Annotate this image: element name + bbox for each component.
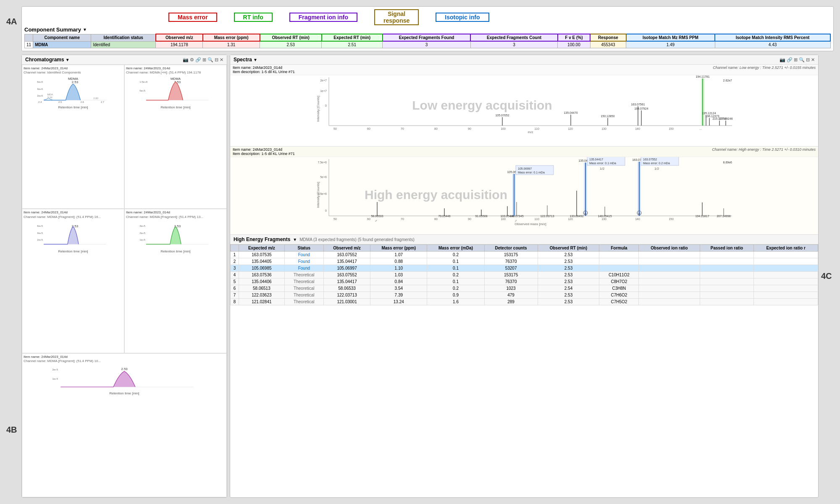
svg-text:2e+7: 2e+7 [320, 79, 327, 82]
svg-text:MDA: MDA [47, 93, 54, 96]
svg-text:135.04417: 135.04417 [589, 158, 603, 161]
svg-text:194.11817: 194.11817 [695, 215, 709, 218]
spectra-icon-expand[interactable]: ⊞ [794, 57, 798, 63]
table-row: 1 163.07535 Found 163.07552 1.07 0.2 153… [231, 252, 818, 258]
svg-text:m/z: m/z [528, 130, 533, 134]
svg-text:60: 60 [367, 218, 370, 220]
spectra-icon-zoom[interactable]: 🔍 [799, 57, 805, 63]
cat-mass-error: Mass error [168, 13, 217, 22]
chromo-icon-camera[interactable]: 📷 [183, 57, 189, 63]
spectra-icon-close[interactable]: ✕ [811, 57, 815, 63]
spectra-icon-camera[interactable]: 📷 [780, 57, 785, 63]
svg-text:58.06533: 58.06533 [371, 215, 383, 218]
svg-text:⊕: ⊕ [638, 212, 640, 215]
svg-text:163.07552: 163.07552 [643, 158, 657, 161]
svg-text:MDMA: MDMA [171, 76, 181, 80]
svg-text:90: 90 [468, 127, 471, 130]
cat-signal-response: Signalresponse [374, 9, 419, 25]
svg-text:5e+6: 5e+6 [320, 176, 327, 178]
svg-text:207.14998: 207.14998 [717, 215, 730, 218]
svg-text:0: 0 [325, 209, 327, 212]
table-row: 8 121.02841 Theoretical 121.03001 13.24 … [231, 299, 818, 305]
svg-text:90: 90 [468, 218, 471, 220]
svg-text:195.12124: 195.12124 [702, 112, 716, 115]
chromo-icon-gear[interactable]: ⚙ [190, 57, 194, 63]
fragments-title: High Energy Fragments [234, 236, 290, 242]
cat-rt-info: RT info [234, 13, 273, 22]
svg-text:⊕: ⊕ [584, 212, 587, 215]
spectra-icon-link[interactable]: 🔗 [787, 57, 793, 63]
component-title[interactable]: Component Summary ▼ [24, 26, 87, 33]
svg-text:1e+5: 1e+5 [139, 238, 145, 241]
svg-text:120: 120 [568, 127, 573, 130]
svg-text:2e+5: 2e+5 [37, 238, 43, 241]
svg-text:135.04470: 135.04470 [564, 111, 578, 114]
svg-text:227.09246: 227.09246 [719, 117, 732, 120]
chromo-cell-2: Item name: 24Mar2023_014d Channel name: … [124, 65, 227, 209]
low-energy-item: Item name: 24Mar2023_014d [233, 66, 295, 70]
svg-text:60: 60 [367, 127, 370, 130]
svg-text:194.11781: 194.11781 [696, 75, 709, 78]
chromo-icon-link[interactable]: 🔗 [195, 57, 201, 63]
observed-rt: 2.53 [260, 41, 322, 48]
svg-text:2.80: 2.80 [93, 97, 98, 100]
fragments-subtitle: MDMA (3 expected fragments) (5 found gen… [299, 237, 414, 242]
svg-text:163.07561: 163.07561 [631, 103, 645, 106]
chromo-icon-zoom[interactable]: 🔍 [207, 57, 213, 63]
spectra-panel: Spectra ▼ 📷 🔗 ⊞ 🔍 ⊟ ✕ Item name: 24Mar20… [230, 55, 819, 498]
component-summary-panel: Mass error RT info Fragment ion info Sig… [21, 6, 834, 51]
svg-text:106.07345: 106.07345 [509, 215, 523, 218]
svg-text:105.07052: 105.07052 [495, 114, 509, 117]
observed-mz: 194.1178 [156, 41, 203, 48]
chromo-icon-tile[interactable]: ⊟ [215, 57, 218, 63]
spectra-dropdown[interactable]: ▼ [253, 58, 257, 62]
component-name: MDMA [33, 41, 91, 48]
svg-text:120: 120 [568, 218, 573, 220]
spectra-title: Spectra [234, 57, 252, 63]
chromo-icon-expand[interactable]: ⊞ [202, 57, 206, 63]
spectra-header: Spectra ▼ 📷 🔗 ⊞ 🔍 ⊟ ✕ [230, 55, 818, 65]
svg-text:110: 110 [534, 127, 539, 130]
svg-text:2.7: 2.7 [101, 100, 105, 103]
response: 455343 [590, 41, 626, 48]
spectra-icon-tile[interactable]: ⊟ [806, 57, 810, 63]
table-row: 5 135.04406 Theoretical 135.04417 0.84 0… [231, 278, 818, 285]
svg-text:50: 50 [333, 127, 337, 130]
chromatograms-header: Chromatograms ▼ 📷 ⚙ 🔗 ⊞ 🔍 ⊟ ✕ [22, 55, 227, 65]
svg-text:2e+5: 2e+5 [52, 369, 58, 371]
svg-text:79.05446: 79.05446 [438, 215, 450, 218]
svg-text:140: 140 [635, 127, 640, 130]
table-row: 6 58.06513 Theoretical 58.06533 3.54 0.2… [231, 285, 818, 292]
svg-text:100: 100 [501, 218, 506, 220]
label-4b: 4B [6, 425, 17, 435]
dropdown-icon[interactable]: ▼ [83, 27, 87, 32]
chromo-icon-close[interactable]: ✕ [220, 57, 223, 63]
svg-text:2.4: 2.4 [38, 100, 42, 103]
svg-text:105.06997: 105.06997 [518, 167, 532, 170]
svg-text:3e+5: 3e+5 [139, 224, 145, 227]
svg-text:Intensity [Counts]: Intensity [Counts] [316, 96, 320, 122]
svg-text:4e+6: 4e+6 [37, 87, 43, 90]
svg-text:70: 70 [401, 218, 404, 220]
svg-text:140: 140 [635, 218, 640, 220]
svg-text:130: 130 [601, 127, 606, 130]
fragments-dropdown[interactable]: ▼ [293, 237, 297, 242]
table-row: 3 105.06985 Found 105.06997 1.10 0.1 532… [231, 265, 818, 272]
high-energy-panel: Item name: 24Mar2023_014d Item descripti… [230, 147, 818, 235]
chromo-cell-1: Item name: 24Mar2023_014d Channel name: … [22, 65, 124, 209]
low-energy-desc: Item description: 1-5 dil KL Urine #71 [233, 70, 295, 74]
svg-text:2e+5: 2e+5 [139, 231, 145, 234]
chromo-cell-3: Item name: 24Mar2023_014d Channel name: … [22, 209, 124, 353]
chromatograms-panel: Chromatograms ▼ 📷 ⚙ 🔗 ⊞ 🔍 ⊟ ✕ [21, 55, 227, 498]
svg-text:2.53: 2.53 [121, 367, 127, 371]
svg-text:2.5: 2.5 [58, 100, 62, 103]
isotope-int-rms: 4.43 [715, 41, 830, 48]
cat-isotopic-info: Isotopic info [436, 13, 489, 22]
svg-text:110: 110 [534, 218, 539, 220]
svg-text:2.6: 2.6 [81, 100, 84, 103]
chromo-1-channel: Channel name: Identified Components [24, 71, 123, 75]
chromo-cell-5: Item name: 24Mar2023_014d Channel name: … [22, 353, 227, 497]
svg-text:164.07924: 164.07924 [634, 107, 648, 110]
chromatograms-dropdown[interactable]: ▼ [66, 58, 70, 62]
svg-text:...: ... [699, 127, 702, 130]
